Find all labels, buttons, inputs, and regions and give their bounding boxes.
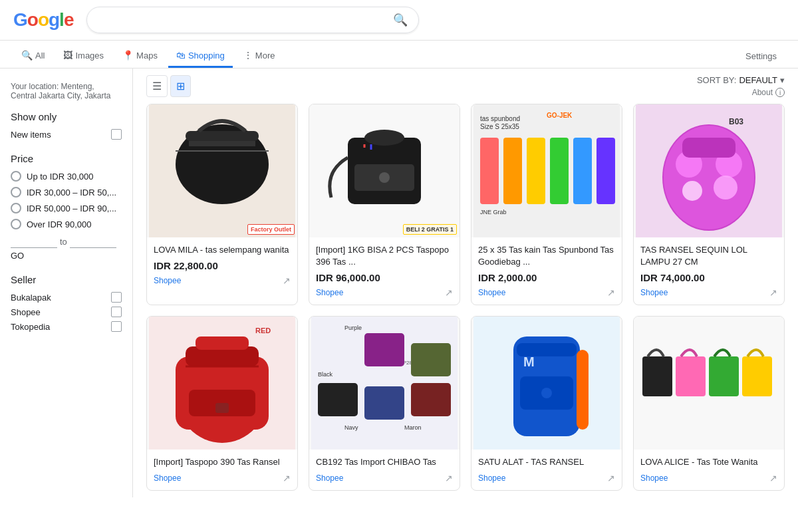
external-link-icon[interactable]: ↗: [445, 287, 453, 298]
product-card[interactable]: M SATU ALAT - TAS RANSEL Shopee ↗: [471, 316, 622, 490]
seller-name[interactable]: Shopee: [316, 288, 343, 297]
nav-item-maps[interactable]: 📍 Maps: [114, 45, 166, 68]
product-title: LOVA MILA - tas selempang wanita: [154, 244, 291, 256]
svg-point-33: [714, 176, 737, 200]
svg-rect-18: [503, 138, 522, 204]
product-card[interactable]: LOVA ALICE - Tas Tote Wanita Shopee ↗: [633, 316, 785, 490]
external-link-icon[interactable]: ↗: [283, 473, 291, 483]
seller-label-shopee: Shopee: [11, 307, 41, 317]
google-logo[interactable]: Google: [13, 9, 73, 31]
product-info: SATU ALAT - TAS RANSEL Shopee ↗: [471, 450, 622, 489]
logo-o1: o: [27, 9, 38, 31]
price-radio-2[interactable]: [11, 203, 21, 213]
all-icon: 🔍: [21, 50, 33, 61]
product-card[interactable]: BELI 2 GRATIS 1 [Import] 1KG BISA 2 PCS …: [309, 104, 460, 305]
external-link-icon[interactable]: ↗: [283, 275, 291, 286]
external-link-icon[interactable]: ↗: [607, 287, 615, 298]
product-card[interactable]: tas spunbond Size S 25x35 JNE Grab GO-JE…: [471, 104, 622, 305]
product-price: IDR 74,000.00: [640, 272, 777, 283]
svg-rect-50: [364, 333, 404, 366]
product-card[interactable]: Purple Black Army Size P28xL12xT21cm Nav…: [309, 316, 460, 490]
show-only-section: Show only New items: [11, 111, 122, 140]
product-price: IDR 2,000.00: [478, 272, 615, 283]
seller-checkbox-shopee[interactable]: [111, 307, 122, 317]
nav-item-more[interactable]: ⋮ More: [235, 45, 283, 68]
external-link-icon[interactable]: ↗: [769, 473, 777, 483]
svg-rect-30: [682, 138, 735, 158]
product-seller: Shopee ↗: [154, 275, 291, 286]
seller-name[interactable]: Shopee: [154, 473, 181, 483]
nav-item-all[interactable]: 🔍 All: [13, 45, 53, 68]
svg-text:RED: RED: [255, 327, 271, 334]
external-link-icon[interactable]: ↗: [769, 287, 777, 298]
price-radio-1[interactable]: [11, 187, 21, 198]
svg-rect-19: [527, 138, 545, 204]
seller-checkbox-tokopedia[interactable]: [111, 321, 122, 332]
svg-rect-42: [215, 403, 229, 413]
seller-name[interactable]: Shopee: [316, 473, 343, 483]
seller-name[interactable]: Shopee: [478, 288, 505, 297]
product-info: 25 x 35 Tas kain Tas Spunbond Tas Goodie…: [471, 237, 622, 305]
grid-view-button[interactable]: ⊞: [170, 75, 191, 97]
svg-text:Purple: Purple: [344, 325, 362, 331]
about-link[interactable]: About i: [752, 88, 785, 97]
product-image: RED: [147, 317, 297, 450]
seller-name[interactable]: Shopee: [154, 276, 181, 285]
show-only-title: Show only: [11, 111, 122, 122]
about-label: About: [752, 88, 773, 97]
sort-chevron-icon[interactable]: ▾: [780, 75, 785, 85]
price-label-2: IDR 50,000 – IDR 90,...: [27, 203, 116, 213]
external-link-icon[interactable]: ↗: [607, 473, 615, 483]
price-from-input[interactable]: IDR: [11, 235, 57, 248]
seller-checkbox-bukalapak[interactable]: [111, 292, 122, 303]
settings-button[interactable]: Settings: [737, 46, 785, 66]
product-image: Factory Outlet Factory Outlet: [147, 104, 297, 237]
price-option-3[interactable]: Over IDR 90,000: [11, 219, 122, 229]
product-image: tas spunbond Size S 25x35 JNE Grab GO-JE…: [471, 104, 622, 237]
svg-text:B03: B03: [729, 117, 743, 126]
nav-item-images[interactable]: 🖼 Images: [55, 45, 112, 68]
search-bar: tas 🔍: [86, 7, 419, 33]
price-range: IDR to IDR: [11, 235, 122, 248]
maps-icon: 📍: [122, 50, 134, 61]
svg-rect-66: [742, 356, 772, 396]
product-title: LOVA ALICE - Tas Tote Wanita: [640, 456, 777, 468]
seller-name[interactable]: Shopee: [640, 288, 668, 297]
product-image: B03: [634, 104, 784, 237]
logo-g2: g: [49, 9, 59, 31]
svg-rect-3: [189, 141, 255, 146]
list-view-button[interactable]: ☰: [146, 75, 168, 97]
price-section: Price Up to IDR 30,000 IDR 30,000 – IDR …: [11, 153, 122, 261]
price-to-input[interactable]: IDR: [70, 235, 116, 248]
external-link-icon[interactable]: ↗: [445, 473, 453, 483]
price-radio-0[interactable]: [11, 171, 21, 182]
product-card[interactable]: Factory Outlet Factory Outlet LOVA MILA …: [146, 104, 298, 305]
logo-l: l: [59, 9, 64, 31]
products-grid: Factory Outlet Factory Outlet LOVA MILA …: [146, 104, 785, 491]
price-option-2[interactable]: IDR 50,000 – IDR 90,...: [11, 203, 122, 213]
nav-item-shopping[interactable]: 🛍 Shopping: [168, 45, 233, 68]
svg-rect-51: [318, 383, 358, 416]
price-option-1[interactable]: IDR 30,000 – IDR 50,...: [11, 187, 122, 198]
price-radio-3[interactable]: [11, 219, 21, 229]
product-card[interactable]: B03 TAS RANSEL SEQUIN LOL LAMPU 27 CM ID…: [633, 104, 785, 305]
search-icon[interactable]: 🔍: [393, 13, 408, 27]
search-input[interactable]: tas: [98, 14, 393, 26]
svg-rect-17: [480, 138, 499, 204]
product-badge: BELI 2 GRATIS 1: [403, 224, 457, 235]
svg-text:GO-JEK: GO-JEK: [547, 112, 573, 119]
seller-name[interactable]: Shopee: [478, 473, 505, 483]
svg-rect-20: [550, 138, 569, 204]
svg-text:JNE Grab: JNE Grab: [480, 209, 507, 215]
seller-section: Seller Bukalapak Shopee Tokopedia: [11, 274, 122, 332]
svg-rect-52: [411, 343, 451, 376]
new-items-checkbox[interactable]: [111, 129, 122, 140]
nav-label-maps: Maps: [136, 51, 158, 61]
price-label-1: IDR 30,000 – IDR 50,...: [27, 188, 116, 198]
seller-name[interactable]: Shopee: [640, 473, 668, 483]
nav-label-all: All: [35, 51, 45, 61]
product-info: TAS RANSEL SEQUIN LOL LAMPU 27 CM IDR 74…: [634, 237, 784, 305]
svg-point-9: [364, 130, 404, 146]
product-card[interactable]: RED [Import] Taspopo 390 Tas Ransel Shop…: [146, 316, 298, 490]
price-option-0[interactable]: Up to IDR 30,000: [11, 171, 122, 182]
